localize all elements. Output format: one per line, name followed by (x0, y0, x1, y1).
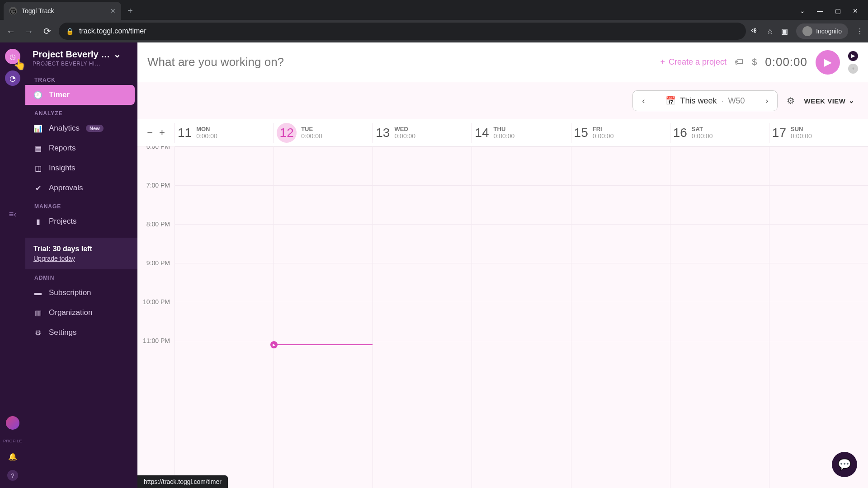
day-of-week: WED (394, 126, 415, 132)
url-text: track.toggl.com/timer (79, 27, 146, 35)
help-icon[interactable]: ? (7, 470, 18, 481)
start-timer-button[interactable]: ▶ (816, 50, 840, 75)
day-number: 13 (376, 126, 390, 140)
sidebar-item-projects[interactable]: ▮ Projects (25, 211, 135, 231)
sidebar-item-approvals[interactable]: ✔ Approvals (25, 178, 135, 198)
new-tab-button[interactable]: + (121, 6, 139, 16)
day-column[interactable] (571, 146, 670, 488)
day-header[interactable]: 15FRI0:00:00 (571, 123, 670, 143)
workspace-subtitle: PROJECT BEVERLY HI… (33, 61, 130, 67)
sidebar-item-reports[interactable]: ▤ Reports (25, 138, 135, 158)
date-range-button[interactable]: 📅 This week · W50 (654, 96, 756, 106)
create-project-button[interactable]: + Create a project (660, 57, 727, 67)
day-number: 17 (772, 126, 786, 140)
day-column[interactable] (175, 146, 274, 488)
close-window-icon[interactable]: ✕ (853, 7, 858, 14)
maximize-icon[interactable]: ▢ (835, 7, 841, 14)
day-column[interactable] (670, 146, 769, 488)
sidebar-item-label: Timer (49, 90, 70, 99)
calendar-settings-button[interactable]: ⚙ (787, 95, 795, 106)
timer-value[interactable]: 0:00:00 (765, 55, 807, 69)
timer-bar: + Create a project 🏷 $ 0:00:00 ▶ ▶ + (137, 42, 868, 82)
create-project-label: Create a project (669, 57, 726, 67)
browser-chrome: ◷ Toggl Track ✕ + ⌄ — ▢ ✕ ← → ⟳ 🔒 track.… (0, 0, 868, 42)
day-header[interactable]: 12TUE0:00:00 (274, 123, 373, 143)
time-label: 11:00 PM (137, 337, 175, 376)
day-header[interactable]: 17SUN0:00:00 (769, 123, 868, 143)
incognito-icon (802, 26, 812, 36)
address-bar[interactable]: 🔒 track.toggl.com/timer (59, 23, 746, 40)
grid-line (175, 185, 868, 186)
tab-favicon-icon: ◷ (9, 7, 17, 15)
chevron-down-icon[interactable]: ⌄ (800, 7, 805, 14)
zoom-out-button[interactable]: − (147, 127, 153, 139)
tab-strip: ◷ Toggl Track ✕ + ⌄ — ▢ ✕ (0, 0, 868, 20)
timer-mode-button[interactable]: ▶ (848, 51, 858, 61)
day-duration: 0:00:00 (301, 132, 322, 140)
browser-toolbar: ← → ⟳ 🔒 track.toggl.com/timer 👁 ☆ ▣ Inco… (0, 20, 868, 42)
day-column[interactable] (472, 146, 571, 488)
sidebar-item-subscription[interactable]: ▬ Subscription (25, 283, 135, 303)
chat-button[interactable]: 💬 (832, 452, 857, 477)
document-icon: ▤ (33, 144, 42, 153)
calendar-grid[interactable]: 6:00 PM7:00 PM8:00 PM9:00 PM10:00 PM11:0… (137, 146, 868, 488)
grid-line (175, 263, 868, 263)
eye-off-icon[interactable]: 👁 (751, 27, 759, 35)
day-of-week: TUE (301, 126, 322, 132)
bookmark-icon[interactable]: ☆ (767, 27, 773, 36)
sidebar-item-settings[interactable]: ⚙ Settings (25, 323, 135, 343)
day-number: 11 (178, 126, 192, 140)
check-circle-icon: ✔ (33, 184, 42, 192)
sidebar-item-label: Organization (49, 308, 92, 317)
browser-tab[interactable]: ◷ Toggl Track ✕ (4, 2, 121, 20)
tab-title: Toggl Track (22, 7, 106, 14)
panel-icon[interactable]: ▣ (781, 27, 788, 36)
back-button[interactable]: ← (5, 26, 17, 37)
sidebar-item-label: Reports (49, 144, 76, 153)
tag-icon[interactable]: 🏷 (735, 57, 744, 67)
incognito-label: Incognito (816, 28, 842, 35)
minimize-icon[interactable]: — (817, 7, 823, 14)
workspace-header[interactable]: Project Beverly … ⌄ PROJECT BEVERLY HI… (25, 42, 137, 71)
workspace-secondary-button[interactable]: ◔ (5, 70, 20, 86)
timer-description-input[interactable] (147, 55, 652, 69)
sidebar-item-insights[interactable]: ◫ Insights (25, 158, 135, 178)
sidebar-item-label: Settings (49, 328, 76, 337)
left-rail: ◷ ◔ ≡‹ PROFILE 🔔 ? (0, 42, 25, 488)
incognito-badge[interactable]: Incognito (796, 23, 848, 39)
billable-icon[interactable]: $ (752, 57, 757, 67)
view-selector[interactable]: WEEK VIEW ⌄ (804, 97, 854, 105)
menu-icon[interactable]: ⋮ (856, 27, 863, 36)
day-column[interactable] (373, 146, 472, 488)
prev-week-button[interactable]: ‹ (633, 96, 654, 106)
sidebar-item-timer[interactable]: 🕘 Timer (25, 85, 135, 105)
reload-button[interactable]: ⟳ (41, 26, 53, 37)
next-week-button[interactable]: › (756, 96, 777, 106)
day-column[interactable] (274, 146, 373, 488)
day-duration: 0:00:00 (692, 132, 713, 140)
section-admin: ADMIN (25, 269, 137, 283)
day-header[interactable]: 14THU0:00:00 (472, 123, 571, 143)
upgrade-link[interactable]: Upgrade today (33, 255, 129, 262)
day-number: 14 (475, 126, 489, 140)
day-header[interactable]: 11MON0:00:00 (175, 123, 274, 143)
workspace-switcher-button[interactable]: ◷ (5, 49, 20, 64)
close-icon[interactable]: ✕ (110, 7, 116, 14)
insights-icon: ◫ (33, 164, 42, 173)
day-duration: 0:00:00 (593, 132, 614, 140)
manual-mode-button[interactable]: + (848, 64, 858, 74)
avatar[interactable] (6, 416, 19, 430)
day-header[interactable]: 13WED0:00:00 (373, 123, 472, 143)
zoom-in-button[interactable]: + (159, 127, 165, 139)
time-label: 6:00 PM (137, 146, 175, 182)
building-icon: ▥ (33, 309, 42, 317)
time-label: 9:00 PM (137, 259, 175, 298)
forward-button[interactable]: → (23, 26, 35, 37)
sidebar-item-organization[interactable]: ▥ Organization (25, 303, 135, 323)
collapse-sidebar-button[interactable]: ≡‹ (9, 210, 17, 219)
day-column[interactable] (769, 146, 868, 488)
notification-bell-icon[interactable]: 🔔 (8, 452, 17, 461)
clock-icon: 🕘 (33, 91, 42, 99)
sidebar-item-analytics[interactable]: 📊 Analytics New (25, 118, 135, 138)
day-header[interactable]: 16SAT0:00:00 (670, 123, 769, 143)
